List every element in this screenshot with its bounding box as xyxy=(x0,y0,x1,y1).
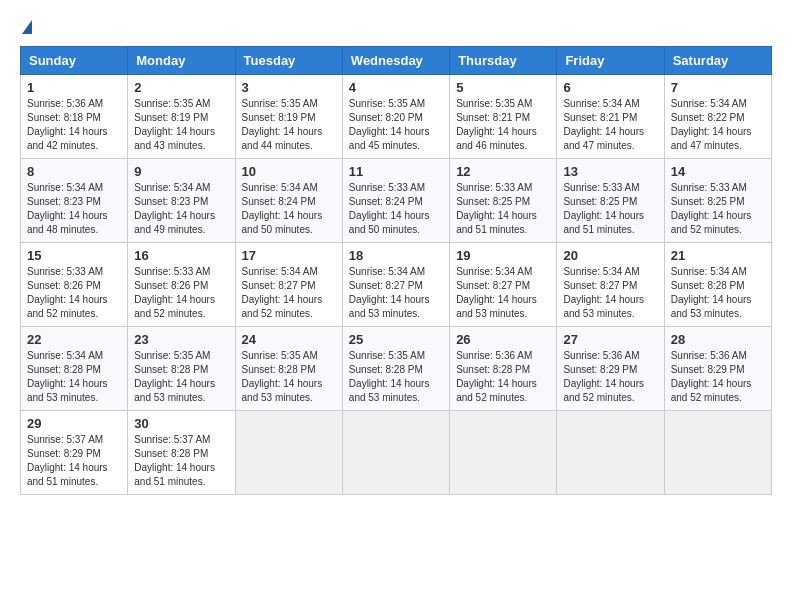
calendar-cell: 27 Sunrise: 5:36 AM Sunset: 8:29 PM Dayl… xyxy=(557,327,664,411)
weekday-header-row: SundayMondayTuesdayWednesdayThursdayFrid… xyxy=(21,47,772,75)
day-info: Sunrise: 5:33 AM Sunset: 8:24 PM Dayligh… xyxy=(349,181,443,237)
day-number: 28 xyxy=(671,332,765,347)
calendar-cell: 29 Sunrise: 5:37 AM Sunset: 8:29 PM Dayl… xyxy=(21,411,128,495)
calendar-cell: 16 Sunrise: 5:33 AM Sunset: 8:26 PM Dayl… xyxy=(128,243,235,327)
weekday-header-thursday: Thursday xyxy=(450,47,557,75)
calendar-cell: 5 Sunrise: 5:35 AM Sunset: 8:21 PM Dayli… xyxy=(450,75,557,159)
calendar-cell xyxy=(664,411,771,495)
day-number: 19 xyxy=(456,248,550,263)
calendar-body: 1 Sunrise: 5:36 AM Sunset: 8:18 PM Dayli… xyxy=(21,75,772,495)
calendar-cell: 15 Sunrise: 5:33 AM Sunset: 8:26 PM Dayl… xyxy=(21,243,128,327)
calendar-cell: 26 Sunrise: 5:36 AM Sunset: 8:28 PM Dayl… xyxy=(450,327,557,411)
day-number: 1 xyxy=(27,80,121,95)
day-number: 17 xyxy=(242,248,336,263)
day-number: 8 xyxy=(27,164,121,179)
day-info: Sunrise: 5:34 AM Sunset: 8:28 PM Dayligh… xyxy=(671,265,765,321)
day-info: Sunrise: 5:37 AM Sunset: 8:29 PM Dayligh… xyxy=(27,433,121,489)
calendar-cell: 22 Sunrise: 5:34 AM Sunset: 8:28 PM Dayl… xyxy=(21,327,128,411)
day-number: 4 xyxy=(349,80,443,95)
day-number: 30 xyxy=(134,416,228,431)
calendar-cell xyxy=(450,411,557,495)
day-info: Sunrise: 5:35 AM Sunset: 8:21 PM Dayligh… xyxy=(456,97,550,153)
day-info: Sunrise: 5:33 AM Sunset: 8:25 PM Dayligh… xyxy=(563,181,657,237)
calendar-cell: 7 Sunrise: 5:34 AM Sunset: 8:22 PM Dayli… xyxy=(664,75,771,159)
weekday-header-sunday: Sunday xyxy=(21,47,128,75)
day-info: Sunrise: 5:34 AM Sunset: 8:27 PM Dayligh… xyxy=(456,265,550,321)
calendar-cell: 24 Sunrise: 5:35 AM Sunset: 8:28 PM Dayl… xyxy=(235,327,342,411)
calendar-header: SundayMondayTuesdayWednesdayThursdayFrid… xyxy=(21,47,772,75)
day-number: 11 xyxy=(349,164,443,179)
calendar-cell: 13 Sunrise: 5:33 AM Sunset: 8:25 PM Dayl… xyxy=(557,159,664,243)
calendar-cell: 23 Sunrise: 5:35 AM Sunset: 8:28 PM Dayl… xyxy=(128,327,235,411)
day-info: Sunrise: 5:37 AM Sunset: 8:28 PM Dayligh… xyxy=(134,433,228,489)
calendar-table: SundayMondayTuesdayWednesdayThursdayFrid… xyxy=(20,46,772,495)
calendar-cell: 20 Sunrise: 5:34 AM Sunset: 8:27 PM Dayl… xyxy=(557,243,664,327)
day-info: Sunrise: 5:33 AM Sunset: 8:26 PM Dayligh… xyxy=(134,265,228,321)
day-info: Sunrise: 5:35 AM Sunset: 8:19 PM Dayligh… xyxy=(242,97,336,153)
day-number: 15 xyxy=(27,248,121,263)
day-number: 16 xyxy=(134,248,228,263)
day-info: Sunrise: 5:33 AM Sunset: 8:25 PM Dayligh… xyxy=(671,181,765,237)
calendar-cell: 30 Sunrise: 5:37 AM Sunset: 8:28 PM Dayl… xyxy=(128,411,235,495)
calendar-cell: 14 Sunrise: 5:33 AM Sunset: 8:25 PM Dayl… xyxy=(664,159,771,243)
day-number: 25 xyxy=(349,332,443,347)
day-number: 27 xyxy=(563,332,657,347)
day-info: Sunrise: 5:34 AM Sunset: 8:23 PM Dayligh… xyxy=(27,181,121,237)
weekday-header-saturday: Saturday xyxy=(664,47,771,75)
day-info: Sunrise: 5:34 AM Sunset: 8:28 PM Dayligh… xyxy=(27,349,121,405)
day-number: 9 xyxy=(134,164,228,179)
calendar-cell: 28 Sunrise: 5:36 AM Sunset: 8:29 PM Dayl… xyxy=(664,327,771,411)
day-info: Sunrise: 5:34 AM Sunset: 8:21 PM Dayligh… xyxy=(563,97,657,153)
day-number: 26 xyxy=(456,332,550,347)
calendar-cell: 9 Sunrise: 5:34 AM Sunset: 8:23 PM Dayli… xyxy=(128,159,235,243)
day-info: Sunrise: 5:35 AM Sunset: 8:20 PM Dayligh… xyxy=(349,97,443,153)
day-number: 20 xyxy=(563,248,657,263)
day-number: 2 xyxy=(134,80,228,95)
calendar-cell: 18 Sunrise: 5:34 AM Sunset: 8:27 PM Dayl… xyxy=(342,243,449,327)
calendar-cell: 10 Sunrise: 5:34 AM Sunset: 8:24 PM Dayl… xyxy=(235,159,342,243)
day-info: Sunrise: 5:35 AM Sunset: 8:28 PM Dayligh… xyxy=(349,349,443,405)
day-number: 24 xyxy=(242,332,336,347)
weekday-header-wednesday: Wednesday xyxy=(342,47,449,75)
calendar-week-5: 29 Sunrise: 5:37 AM Sunset: 8:29 PM Dayl… xyxy=(21,411,772,495)
day-number: 7 xyxy=(671,80,765,95)
day-number: 6 xyxy=(563,80,657,95)
day-info: Sunrise: 5:34 AM Sunset: 8:23 PM Dayligh… xyxy=(134,181,228,237)
calendar-cell: 19 Sunrise: 5:34 AM Sunset: 8:27 PM Dayl… xyxy=(450,243,557,327)
calendar-cell: 25 Sunrise: 5:35 AM Sunset: 8:28 PM Dayl… xyxy=(342,327,449,411)
calendar-cell: 8 Sunrise: 5:34 AM Sunset: 8:23 PM Dayli… xyxy=(21,159,128,243)
day-number: 13 xyxy=(563,164,657,179)
day-number: 21 xyxy=(671,248,765,263)
weekday-header-friday: Friday xyxy=(557,47,664,75)
page-header xyxy=(20,20,772,36)
logo-triangle-icon xyxy=(22,20,32,34)
day-info: Sunrise: 5:35 AM Sunset: 8:19 PM Dayligh… xyxy=(134,97,228,153)
calendar-cell: 21 Sunrise: 5:34 AM Sunset: 8:28 PM Dayl… xyxy=(664,243,771,327)
calendar-cell: 2 Sunrise: 5:35 AM Sunset: 8:19 PM Dayli… xyxy=(128,75,235,159)
calendar-cell xyxy=(342,411,449,495)
day-number: 3 xyxy=(242,80,336,95)
day-number: 14 xyxy=(671,164,765,179)
calendar-cell: 12 Sunrise: 5:33 AM Sunset: 8:25 PM Dayl… xyxy=(450,159,557,243)
day-info: Sunrise: 5:34 AM Sunset: 8:24 PM Dayligh… xyxy=(242,181,336,237)
day-number: 29 xyxy=(27,416,121,431)
weekday-header-tuesday: Tuesday xyxy=(235,47,342,75)
day-info: Sunrise: 5:36 AM Sunset: 8:18 PM Dayligh… xyxy=(27,97,121,153)
day-info: Sunrise: 5:34 AM Sunset: 8:27 PM Dayligh… xyxy=(349,265,443,321)
day-info: Sunrise: 5:33 AM Sunset: 8:26 PM Dayligh… xyxy=(27,265,121,321)
calendar-cell: 11 Sunrise: 5:33 AM Sunset: 8:24 PM Dayl… xyxy=(342,159,449,243)
logo xyxy=(20,20,32,36)
day-info: Sunrise: 5:34 AM Sunset: 8:27 PM Dayligh… xyxy=(242,265,336,321)
calendar-cell xyxy=(235,411,342,495)
day-info: Sunrise: 5:35 AM Sunset: 8:28 PM Dayligh… xyxy=(134,349,228,405)
day-info: Sunrise: 5:35 AM Sunset: 8:28 PM Dayligh… xyxy=(242,349,336,405)
calendar-week-1: 1 Sunrise: 5:36 AM Sunset: 8:18 PM Dayli… xyxy=(21,75,772,159)
calendar-week-4: 22 Sunrise: 5:34 AM Sunset: 8:28 PM Dayl… xyxy=(21,327,772,411)
calendar-cell: 6 Sunrise: 5:34 AM Sunset: 8:21 PM Dayli… xyxy=(557,75,664,159)
day-number: 12 xyxy=(456,164,550,179)
calendar-cell: 1 Sunrise: 5:36 AM Sunset: 8:18 PM Dayli… xyxy=(21,75,128,159)
day-number: 22 xyxy=(27,332,121,347)
day-number: 10 xyxy=(242,164,336,179)
day-number: 5 xyxy=(456,80,550,95)
day-number: 23 xyxy=(134,332,228,347)
